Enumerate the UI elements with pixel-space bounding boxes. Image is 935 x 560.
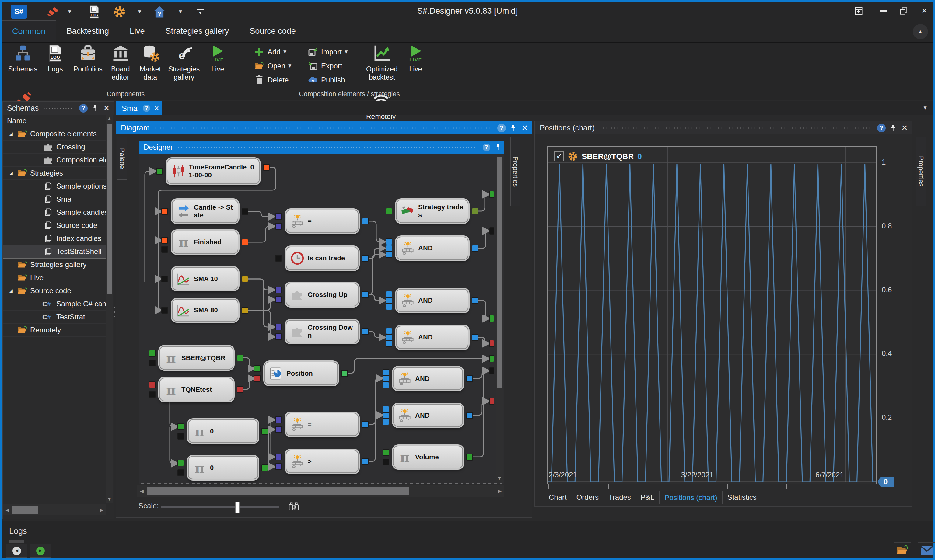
diagram-edge-port[interactable] — [490, 227, 494, 234]
diagram-port-black[interactable] — [177, 433, 184, 440]
diagram-port-blue[interactable] — [386, 303, 392, 310]
tree-item-composite-elements[interactable]: ◢Composite elements — [3, 128, 106, 140]
ribbon-button-logs[interactable]: LOGLogs — [41, 44, 70, 90]
scroll-down-icon[interactable]: ▼ — [106, 495, 113, 503]
palette-tab[interactable]: Palette — [117, 137, 127, 180]
bottom-tab-orders[interactable]: Orders — [571, 491, 604, 504]
tree-item-remotely[interactable]: Remotely — [3, 324, 106, 337]
caret-down-icon[interactable]: ▼ — [177, 5, 183, 19]
collapse-toolbar-icon[interactable]: ▼ — [195, 5, 205, 19]
diagram-port-blue[interactable] — [386, 251, 392, 258]
gear-orange-icon[interactable] — [111, 5, 128, 19]
tree-item-teststratshell[interactable]: TestStratShell — [3, 245, 106, 258]
splitter-grip[interactable] — [114, 307, 116, 326]
diagram-port-purple[interactable] — [275, 454, 282, 460]
ribbon-button-delete[interactable]: Delete — [254, 73, 305, 87]
scrollbar-thumb[interactable] — [147, 487, 409, 495]
diagram-port-blue[interactable] — [386, 328, 392, 334]
pin-icon[interactable] — [90, 104, 100, 113]
diagram-port-blue[interactable] — [383, 412, 389, 419]
scale-slider-thumb[interactable] — [235, 502, 240, 513]
tree-expander-icon[interactable]: ◢ — [6, 131, 16, 137]
diagram-properties-tab[interactable]: Properties — [510, 137, 520, 206]
diagram-edge-port[interactable] — [490, 398, 494, 405]
diagram-node-cdn[interactable]: Crossing Down — [286, 320, 359, 343]
diagram-port-blue[interactable] — [362, 291, 368, 298]
bottom-tab-statistics[interactable]: Statistics — [722, 491, 761, 504]
diagram-port-purple[interactable] — [275, 417, 282, 423]
diagram-port-blue[interactable] — [383, 418, 389, 425]
diagram-port-gold[interactable] — [242, 307, 248, 314]
pin-icon[interactable] — [888, 123, 898, 132]
find-binoculars-icon[interactable] — [288, 500, 300, 514]
ribbon-button-live[interactable]: LIVELive — [402, 44, 430, 90]
pin-icon[interactable] — [493, 143, 503, 152]
tree-item-sample-c-candles[interactable]: C#Sample C# candles — [3, 297, 106, 311]
diagram-node-c2s[interactable]: Candle -> State — [172, 200, 238, 223]
log-file-icon[interactable]: LOG — [87, 5, 102, 19]
diagram-wire[interactable] — [366, 294, 385, 300]
diagram-node-cup[interactable]: Crossing Up — [286, 283, 359, 306]
diagram-wire[interactable] — [158, 240, 161, 279]
diagram-wire[interactable] — [366, 248, 385, 258]
help-icon[interactable]: ? — [78, 104, 89, 113]
tree-expander-icon[interactable]: ◢ — [6, 288, 16, 294]
diagram-port-blue[interactable] — [386, 334, 392, 341]
close-icon[interactable]: ✕ — [102, 104, 112, 113]
diagram-port-purple[interactable] — [275, 286, 282, 293]
ribbon-collapse-button[interactable]: ▲ — [913, 24, 928, 39]
diagram-wire[interactable] — [170, 427, 178, 463]
diagram-port-green[interactable] — [386, 208, 392, 214]
diagram-port-black[interactable] — [275, 255, 282, 262]
tree-vscrollbar[interactable]: ▲ ▼ — [106, 115, 113, 503]
tree-item-composition-elements[interactable]: Composition elements — [3, 154, 106, 167]
diagram-wire[interactable] — [246, 310, 274, 337]
diagram-port-black[interactable] — [161, 275, 168, 282]
diagram-wire[interactable] — [246, 279, 274, 290]
diagram-port-purple[interactable] — [275, 213, 282, 220]
bottom-tab-trades[interactable]: Trades — [604, 491, 636, 504]
diagram-port-blue[interactable] — [466, 412, 473, 419]
diagram-port-red[interactable] — [254, 375, 260, 382]
diagram-wire[interactable] — [246, 300, 274, 310]
canvas-vscrollbar[interactable]: ▼ — [496, 155, 503, 483]
scroll-up-icon[interactable]: ▲ — [106, 115, 113, 123]
diagram-node-vol[interactable]: πVolume — [393, 446, 463, 468]
diagram-edge-port[interactable] — [490, 340, 494, 347]
close-icon[interactable]: ✕ — [900, 123, 910, 132]
diagram-wire[interactable] — [246, 211, 274, 217]
diagram-port-black[interactable] — [177, 469, 184, 476]
ribbon-button-export[interactable]: Export — [307, 59, 364, 73]
diagram-wire[interactable] — [366, 221, 385, 242]
designer-canvas[interactable]: ▼ TimeFrameCandle_01-00-00Candle -> Stat… — [139, 154, 504, 484]
diagram-port-black[interactable] — [149, 360, 156, 366]
diagram-port-blue[interactable] — [386, 297, 392, 304]
diagram-port-blue[interactable] — [383, 369, 389, 376]
diagram-node-tfc[interactable]: TimeFrameCandle_01-00-00 — [167, 158, 260, 184]
restore-icon[interactable] — [896, 5, 912, 17]
diagram-port-red[interactable] — [149, 382, 156, 388]
ribbon-button-live[interactable]: LIVELive — [203, 44, 232, 90]
positions-properties-tab[interactable]: Properties — [916, 137, 926, 206]
tree-item-teststrat[interactable]: C#TestStrat — [3, 311, 106, 324]
diagram-port-blue[interactable] — [472, 245, 479, 252]
ribbon-button-board-editor[interactable]: Board editor — [106, 44, 135, 90]
diagram-node-tqne[interactable]: πTQNEtest — [160, 378, 233, 401]
diagram-edge-port[interactable] — [490, 315, 494, 322]
tree-item-index-candles[interactable]: Index candles — [3, 232, 106, 245]
ribbon-tab-backtesting[interactable]: Backtesting — [56, 20, 120, 42]
diagram-port-purple[interactable] — [275, 296, 282, 303]
ribbon-button-add[interactable]: Add▼ — [254, 45, 305, 59]
diagram-port-purple[interactable] — [275, 333, 282, 340]
ribbon-tab-strategies-gallery[interactable]: Strategies gallery — [155, 20, 240, 42]
diagram-port-green[interactable] — [177, 460, 184, 466]
diagram-panel-header[interactable]: Diagram ? ✕ — [116, 122, 532, 134]
diagram-edge-port[interactable] — [490, 355, 494, 362]
diagram-port-blue[interactable] — [383, 382, 389, 388]
diagram-port-blue[interactable] — [466, 375, 473, 382]
diagram-wire[interactable] — [145, 171, 156, 282]
close-icon[interactable]: ✕ — [917, 5, 932, 17]
diagram-port-black[interactable] — [161, 307, 168, 314]
diagram-port-blue[interactable] — [362, 328, 368, 335]
ribbon-button-portfolios[interactable]: Portfolios — [71, 44, 105, 90]
